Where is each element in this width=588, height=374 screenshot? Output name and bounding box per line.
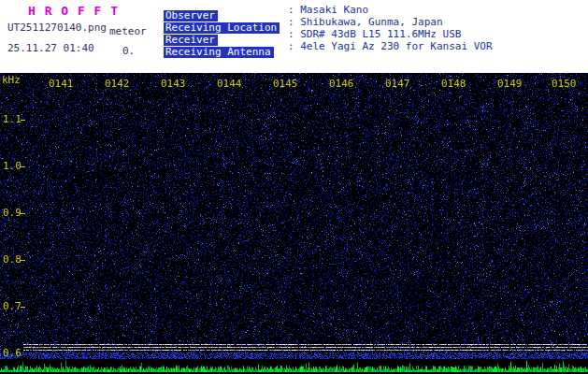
freq-tick-label: 1.0 — [3, 161, 22, 171]
info-row: Receiving Antenna : 4ele Yagi Az 230 for… — [164, 41, 584, 52]
timestamp-label: 25.11.27 01:40 — [7, 42, 94, 54]
info-row: Receiver : SDR# 43dB L15 111.6MHz USB — [164, 29, 584, 40]
time-tick-label: 0141 — [49, 79, 74, 89]
time-tick-label: 0143 — [161, 79, 186, 89]
info-value: : Masaki Kano — [288, 5, 368, 16]
time-tick-label: 0142 — [105, 79, 130, 89]
time-tick-label: 0146 — [329, 79, 354, 89]
freq-tick-mark — [21, 260, 25, 261]
info-row: Receiving Location : Shibukawa, Gunma, J… — [164, 17, 584, 28]
filename-label: UT2511270140.png — [7, 22, 107, 34]
frame-counter: 0. — [122, 45, 135, 57]
freq-tick-mark — [21, 120, 25, 121]
info-value: : SDR# 43dB L15 111.6MHz USB — [288, 29, 461, 40]
time-tick-label: 0150 — [552, 79, 577, 89]
time-tick-label: 0149 — [497, 79, 523, 89]
header: H R O F F T UT2511270140.png meteor 25.1… — [0, 0, 588, 73]
app-title: H R O F F T — [28, 4, 119, 18]
info-row: Observer : Masaki Kano — [164, 5, 584, 16]
freq-tick-mark — [21, 166, 25, 167]
freq-axis-unit: kHz — [2, 75, 21, 85]
observation-info-table: Observer : Masaki Kano Receiving Locatio… — [164, 5, 584, 53]
time-tick-label: 0144 — [217, 79, 242, 89]
freq-tick-label: 0.6 — [3, 348, 22, 358]
time-tick-label: 0147 — [385, 79, 410, 89]
freq-tick-label: 0.9 — [3, 208, 22, 218]
freq-tick-label: 0.7 — [3, 301, 22, 311]
info-value: : 4ele Yagi Az 230 for Kansai VOR — [288, 41, 493, 52]
freq-tick-mark — [21, 307, 25, 308]
spectrogram-canvas — [0, 73, 588, 374]
freq-tick-mark — [21, 213, 25, 214]
hrofft-screen: H R O F F T UT2511270140.png meteor 25.1… — [0, 0, 588, 374]
freq-tick-label: 0.8 — [3, 254, 22, 265]
mode-label: meteor — [109, 25, 147, 37]
info-label: Receiving Antenna — [164, 47, 274, 58]
time-tick-label: 0145 — [273, 79, 298, 89]
info-value: : Shibukawa, Gunma, Japan — [288, 17, 443, 28]
time-tick-label: 0148 — [441, 79, 466, 89]
freq-tick-label: 1.1 — [3, 114, 22, 124]
